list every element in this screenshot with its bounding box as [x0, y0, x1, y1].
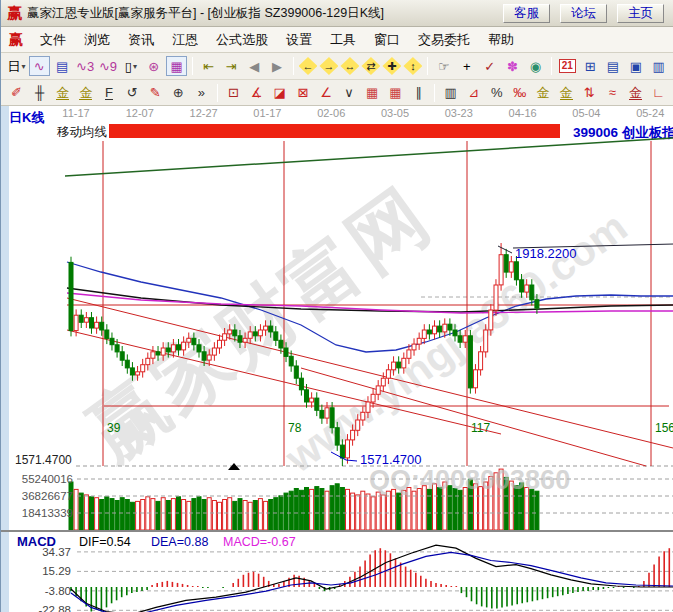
- time-circle-icon: ⊕: [173, 86, 184, 99]
- fan-box-button[interactable]: ◪: [269, 83, 290, 103]
- pan-left-button[interactable]: ←: [299, 57, 318, 75]
- gold-underline-button[interactable]: 金: [625, 83, 646, 103]
- title-bar: 赢 赢家江恩专业版[赢家服务平台] - [创业板指 SZ399006-129日K…: [1, 0, 673, 27]
- menu-help[interactable]: 帮助: [479, 28, 523, 52]
- grid-red-a-button[interactable]: ▦: [362, 83, 383, 103]
- gold-ratio-a-button[interactable]: 金: [52, 83, 73, 103]
- paint-brush-button[interactable]: ✐: [6, 83, 27, 103]
- menu-tools[interactable]: 工具: [321, 28, 365, 52]
- wave-segment-9-button[interactable]: ∿9: [98, 56, 119, 76]
- vertical-measure-button[interactable]: ⇅: [579, 83, 600, 103]
- home-button[interactable]: 主页: [617, 4, 664, 23]
- gann-wheel-button[interactable]: ⊛: [143, 56, 164, 76]
- print-button[interactable]: ▥: [648, 56, 669, 76]
- angle-lines-button[interactable]: ∠: [315, 83, 336, 103]
- brush-ruler-button[interactable]: ✎: [145, 83, 166, 103]
- comb-gauge-button[interactable]: ╫: [29, 83, 50, 103]
- volume-axis-label: 36826677: [22, 490, 73, 502]
- fibonacci-f-button[interactable]: F: [98, 83, 119, 103]
- zoom-out-horizontal-button[interactable]: ↔: [340, 57, 359, 75]
- move-all-directions-button[interactable]: ✚: [382, 57, 401, 75]
- parallel-lines-button[interactable]: ∥: [408, 83, 429, 103]
- globe-icon: ◉: [530, 60, 541, 73]
- first-page-button[interactable]: ⇤: [198, 56, 219, 76]
- pan-right-button[interactable]: →: [319, 57, 338, 75]
- colored-kline-icon: ▦: [170, 60, 182, 73]
- drag-hand-icon: ☞: [438, 60, 450, 73]
- vertical-measure-icon: ⇅: [584, 86, 595, 99]
- angle-lines-icon: ∠: [320, 86, 332, 99]
- time-circle-button[interactable]: ⊕: [168, 83, 189, 103]
- kline-period-button[interactable]: 日▾: [6, 56, 27, 76]
- grid-red-b-button[interactable]: ▦: [385, 83, 406, 103]
- next-bar-icon: ▶: [272, 60, 282, 73]
- percent-lines-button[interactable]: ‰: [509, 83, 530, 103]
- dropdown-caret-icon: ▾: [133, 62, 137, 71]
- menu-file[interactable]: 文件: [31, 28, 75, 52]
- scale-ruler-button[interactable]: ▥: [440, 83, 461, 103]
- gann-fan-button[interactable]: ∡: [246, 83, 267, 103]
- menu-window[interactable]: 窗口: [365, 28, 409, 52]
- menu-gann[interactable]: 江恩: [163, 28, 207, 52]
- gold-ratio-b-button[interactable]: 金: [75, 83, 96, 103]
- gold-circle-icon: 金: [536, 86, 549, 99]
- gold-lines-button[interactable]: 金: [556, 83, 577, 103]
- menu-items: 文件浏览资讯江恩公式选股设置工具窗口交易委托帮助: [31, 28, 523, 52]
- zigzag-line-button[interactable]: ∨: [339, 83, 360, 103]
- percent-button[interactable]: %: [486, 83, 507, 103]
- zoom-out-horizontal-icon: ↔: [344, 61, 355, 72]
- wave-segment-3-button[interactable]: ∿3: [75, 56, 96, 76]
- kline-period-icon: 日: [7, 60, 20, 73]
- fan-grid-button[interactable]: ⊠: [292, 83, 313, 103]
- zoom-in-horizontal-icon: ⇄: [366, 61, 375, 72]
- percent-lines-icon: ‰: [513, 86, 526, 99]
- date-label: 12-07: [126, 107, 154, 119]
- gold-circle-button[interactable]: 金: [532, 83, 553, 103]
- percent-triangle-button[interactable]: ⊿: [463, 83, 484, 103]
- candle-style-button[interactable]: ▯▾: [120, 56, 141, 76]
- pane-label: 日K线: [9, 110, 44, 125]
- wave-segment-3-icon: ∿3: [76, 60, 94, 73]
- window-left-strip: [1, 106, 9, 612]
- crosshair-button[interactable]: +: [456, 56, 477, 76]
- zoom-in-horizontal-button[interactable]: ⇄: [361, 57, 380, 75]
- wave-band-button[interactable]: ≈: [602, 83, 623, 103]
- save-button[interactable]: ▣: [625, 56, 646, 76]
- forum-button[interactable]: 论坛: [560, 4, 607, 23]
- colored-kline-button[interactable]: ▦: [166, 56, 187, 76]
- trade-notes-icon: ▤: [56, 60, 68, 73]
- gann-pattern-button[interactable]: ∿: [29, 56, 50, 76]
- macd-axis-label: 34.37: [42, 546, 71, 558]
- menu-formula-stockpick[interactable]: 公式选股: [207, 28, 277, 52]
- zoom-vertical-icon: ↕: [410, 61, 416, 72]
- date-label: 03-05: [381, 107, 409, 119]
- globe-button[interactable]: ◉: [525, 56, 546, 76]
- gold-underline-icon: 金: [629, 86, 642, 100]
- zoom-vertical-button[interactable]: ↕: [403, 57, 422, 75]
- drag-hand-button[interactable]: ☞: [433, 56, 454, 76]
- macd-axis-label: 15.29: [42, 565, 71, 577]
- spiral-5-button[interactable]: ↺: [122, 83, 143, 103]
- trade-notes-button[interactable]: ▤: [52, 56, 73, 76]
- more-tools-button[interactable]: »: [191, 83, 212, 103]
- mark-check-button[interactable]: ✓: [479, 56, 500, 76]
- menu-news[interactable]: 资讯: [119, 28, 163, 52]
- kline-chart-canvas[interactable]: 赢家财富网www.yingjia360.com11-1712-0712-2701…: [1, 106, 673, 612]
- price-box-button[interactable]: ⊡: [223, 83, 244, 103]
- menu-trade[interactable]: 交易委托: [409, 28, 479, 52]
- prev-bar-button[interactable]: ◀: [244, 56, 265, 76]
- percent-triangle-icon: ⊿: [468, 86, 479, 99]
- angle-ray-button[interactable]: ∟: [648, 83, 669, 103]
- notepad-button[interactable]: ▤: [603, 56, 624, 76]
- calculator-button[interactable]: ⊞: [580, 56, 601, 76]
- gann-count-label: 156: [655, 421, 673, 435]
- menu-browse[interactable]: 浏览: [75, 28, 119, 52]
- mark-check-icon: ✓: [484, 60, 495, 73]
- next-bar-button[interactable]: ▶: [267, 56, 288, 76]
- last-page-button[interactable]: ⇥: [221, 56, 242, 76]
- gann-rose-button[interactable]: ✽: [502, 56, 523, 76]
- menu-settings[interactable]: 设置: [277, 28, 321, 52]
- symbol-label: 399006 创业板指: [573, 125, 673, 140]
- customer-service-button[interactable]: 客服: [503, 4, 550, 23]
- calendar-button[interactable]: 21: [557, 56, 578, 76]
